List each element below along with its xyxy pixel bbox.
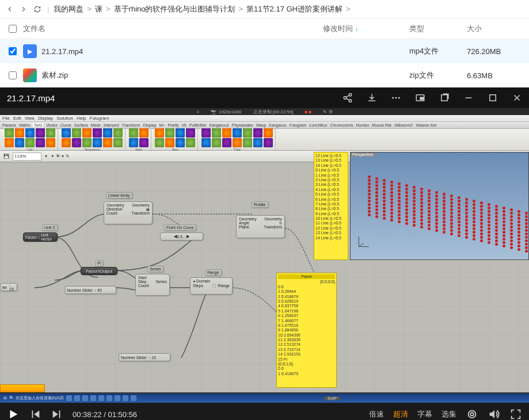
svg-point-5 (398, 97, 400, 99)
gh-component-label: Pi (95, 260, 103, 266)
viewport-label: Perspective (351, 152, 375, 156)
svg-point-11 (470, 413, 474, 416)
file-type: zip文件 (409, 70, 467, 81)
file-type: mp4文件 (409, 46, 467, 56)
gh-component[interactable]: ◂ Domain Steps⬚ Range (190, 277, 233, 295)
gh-component[interactable]: GeometryGeometry Direction▦ CountTransfo… (104, 201, 153, 224)
column-header-mtime[interactable]: 修改时间↓ (323, 24, 409, 34)
gh-component[interactable]: Factor ↕ Unit vector (23, 232, 58, 242)
svg-point-0 (349, 94, 352, 97)
nav-forward-icon[interactable] (18, 4, 29, 14)
fullscreen-icon[interactable] (509, 408, 522, 420)
minimize-icon[interactable] (463, 93, 474, 103)
gh-component-label: Linear Array (106, 192, 132, 198)
share-icon[interactable] (342, 93, 353, 103)
rhino-viewport[interactable]: Perspective (350, 152, 529, 260)
svg-point-2 (349, 100, 352, 102)
gh-panel[interactable]: 12 Line (L=0.513 Line (L=0.514 Line (L=0… (314, 152, 348, 260)
gh-component-label: Point On Curve (164, 224, 196, 231)
svg-point-4 (395, 97, 397, 99)
popout-icon[interactable] (439, 93, 450, 103)
gh-canvas-tab[interactable] (0, 384, 45, 392)
zoom-level[interactable]: 118% (13, 152, 41, 161)
breadcrumb-item[interactable]: 第11节2.17 GH进阶案例讲解 (246, 4, 342, 14)
gh-menubar: FileEditViewDisplaySolutionHelpFologram (0, 115, 529, 122)
windows-taskbar: ⊞🔍 在这里输入你要搜索的内容 SVIP (0, 394, 529, 403)
column-header-size[interactable]: 大小 (467, 24, 524, 34)
player-titlebar: 21.2.17.mp4 (0, 87, 529, 108)
video-content: ≡ 📷 1920x1080 正在录制 [00:22:59] ■ ■ ✎ ⚙ Fi… (0, 108, 529, 403)
chevron-right-icon: > (106, 5, 111, 13)
gh-ribbon: List Sequence Sets Text Tree (0, 129, 529, 151)
chevron-right-icon: > (239, 5, 243, 13)
gh-component-label: Unit Z (42, 224, 58, 231)
table-row[interactable]: ▶ 21.2.17.mp4 mp4文件 726.20MB (0, 39, 529, 63)
gh-component[interactable]: Start StepSeries Count (135, 274, 170, 296)
file-size: 726.20MB (467, 47, 524, 56)
column-header-type[interactable]: 类型 (409, 24, 467, 34)
row-checkbox[interactable] (5, 71, 21, 79)
close-icon[interactable] (512, 93, 522, 103)
player-title: 21.2.17.mp4 (7, 93, 342, 103)
player-controls: 00:38:22 / 01:50:56 倍速 超清 字幕 选集 (0, 403, 529, 420)
gh-component-label: Rotate (252, 201, 268, 208)
breadcrumb: 我的网盘 > 课 > 基于rhino的软件强化与出图辅导计划 > 第11节2.1… (54, 4, 350, 14)
next-button[interactable] (51, 408, 63, 420)
episodes-button[interactable]: 选集 (442, 409, 456, 419)
gh-component-label: Range (205, 269, 222, 276)
gh-component[interactable]: Number Slider ◦ 15 (119, 353, 170, 361)
gh-canvas[interactable]: Linear Array GeometryGeometry Direction▦… (0, 162, 529, 392)
more-icon[interactable] (391, 93, 401, 103)
svg-rect-8 (442, 95, 448, 101)
breadcrumb-item[interactable]: 基于rhino的软件强化与出图辅导计划 (114, 4, 235, 14)
file-name: 21.2.17.mp4 (41, 47, 83, 56)
quality-button[interactable]: 超清 (393, 409, 408, 419)
gh-panel[interactable]: Panel {0;0;0;0}0 01 0.209442 0.4188793 0… (276, 273, 337, 388)
file-name: 素材.zip (41, 70, 68, 81)
gh-component[interactable]: ter ◦ 15 (0, 283, 17, 291)
row-checkbox[interactable] (5, 47, 21, 55)
zip-file-icon (23, 68, 37, 82)
svg-point-10 (469, 411, 476, 418)
sort-desc-icon: ↓ (355, 25, 359, 32)
speed-button[interactable]: 倍速 (369, 409, 384, 419)
play-button[interactable] (7, 408, 20, 420)
time-display: 00:38:22 / 01:50:56 (73, 410, 137, 419)
prev-button[interactable] (29, 408, 41, 420)
gh-component[interactable]: ◀ 0.5… ▶ (160, 232, 203, 240)
maximize-icon[interactable] (488, 93, 498, 103)
breadcrumb-item[interactable]: 课 (95, 4, 102, 14)
recording-bar: ≡ 📷 1920x1080 正在录制 [00:22:59] ■ ■ ✎ ⚙ (0, 108, 529, 115)
nav-refresh-icon[interactable] (32, 4, 43, 14)
pip-icon[interactable] (415, 93, 425, 103)
chevron-right-icon: > (87, 5, 92, 13)
svg-point-1 (344, 97, 347, 100)
gh-component[interactable]: Number Slider ◦ 45 (64, 286, 116, 294)
video-file-icon: ▶ (23, 44, 37, 58)
table-header: 文件名 修改时间↓ 类型 大小 (0, 18, 529, 39)
settings-icon[interactable] (466, 408, 478, 420)
chevron-right-icon: > (346, 5, 351, 13)
gh-component[interactable]: Factor π Output (81, 267, 117, 275)
nav-bar: | 我的网盘 > 课 > 基于rhino的软件强化与出图辅导计划 > 第11节2… (0, 0, 529, 18)
nav-separator: | (47, 5, 49, 13)
column-header-name[interactable]: 文件名 (21, 24, 323, 34)
svg-rect-7 (420, 97, 423, 100)
nav-back-icon[interactable] (5, 4, 15, 14)
video-player: 21.2.17.mp4 ≡ 📷 1920x1080 正在录制 [00:22:59… (0, 87, 529, 420)
svg-rect-9 (490, 95, 496, 101)
gh-component-label: Series (147, 266, 163, 272)
table-row[interactable]: 素材.zip zip文件 6.63MB (0, 63, 529, 87)
volume-icon[interactable] (488, 408, 500, 420)
subtitle-button[interactable]: 字幕 (417, 409, 432, 419)
breadcrumb-root[interactable]: 我的网盘 (54, 4, 83, 14)
gh-component[interactable]: GeometryGeometry Angle↻ PlaneTransform (236, 215, 285, 238)
download-icon[interactable] (367, 93, 377, 103)
svg-point-3 (392, 97, 394, 99)
select-all-checkbox[interactable] (5, 25, 21, 33)
file-size: 6.63MB (467, 71, 524, 80)
